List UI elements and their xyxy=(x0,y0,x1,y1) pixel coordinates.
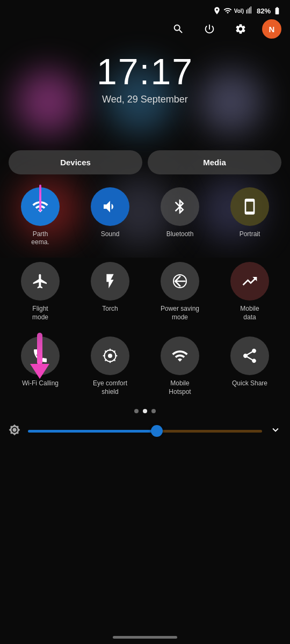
arrow-shaft xyxy=(37,333,42,365)
media-button[interactable]: Media xyxy=(148,150,281,174)
qs-circle-flight xyxy=(21,262,60,301)
arrow-head xyxy=(30,364,49,379)
qs-item-bluetooth[interactable]: Bluetooth xyxy=(148,187,212,247)
qs-label-mobile-data: Mobiledata xyxy=(240,305,259,321)
qs-label-portrait: Portrait xyxy=(240,230,260,239)
qs-label-torch: Torch xyxy=(102,305,118,313)
qs-label-power-saving: Power savingmode xyxy=(161,305,199,321)
qs-circle-torch xyxy=(91,262,129,301)
status-icons: Vol) 82% xyxy=(213,6,281,15)
hotspot-icon xyxy=(171,347,189,364)
portrait-icon xyxy=(241,198,258,215)
power-button[interactable] xyxy=(200,19,219,39)
qs-item-wifi[interactable]: Partheema. xyxy=(9,187,72,247)
settings-button[interactable] xyxy=(231,19,250,39)
bluetooth-icon xyxy=(171,198,189,215)
location-icon xyxy=(213,6,221,15)
qs-circle-quick-share xyxy=(230,336,269,375)
qs-label-bluetooth: Bluetooth xyxy=(166,230,194,239)
qs-item-torch[interactable]: Torch xyxy=(78,262,142,321)
qs-label-hotspot: MobileHotspot xyxy=(169,379,191,396)
arrow-overlay xyxy=(30,333,49,379)
quick-share-icon xyxy=(241,347,258,364)
page-dot-2 xyxy=(143,409,147,413)
svg-point-2 xyxy=(108,354,112,358)
flight-icon xyxy=(32,273,49,290)
page-dots xyxy=(0,404,290,419)
search-icon xyxy=(172,23,184,35)
brightness-icon xyxy=(9,424,20,438)
battery-icon xyxy=(273,6,281,15)
quick-settings-row1: Partheema. Sound Bluetooth Portrait xyxy=(0,180,290,254)
brightness-slider-track[interactable] xyxy=(28,430,262,433)
device-media-row: Devices Media xyxy=(0,142,290,180)
qs-item-quick-share[interactable]: Quick Share xyxy=(218,336,281,396)
chevron-down-button[interactable] xyxy=(270,424,281,438)
qs-label-eye-comfort: Eye comfortshield xyxy=(93,379,127,396)
qs-circle-wifi xyxy=(21,187,60,226)
battery-text: 82% xyxy=(257,7,271,15)
qs-circle-mobile-data xyxy=(230,262,269,301)
volte-label: Vol) xyxy=(234,8,244,14)
page-dot-3 xyxy=(151,409,156,413)
page-dot-1 xyxy=(134,409,139,413)
qs-item-sound[interactable]: Sound xyxy=(78,187,142,247)
torch-icon xyxy=(102,273,119,290)
qs-circle-portrait xyxy=(230,187,269,226)
search-button[interactable] xyxy=(169,19,188,39)
clock-date: Wed, 29 September xyxy=(0,94,290,105)
home-bar xyxy=(113,636,177,639)
clock-area: 17:17 Wed, 29 September xyxy=(0,41,290,109)
qs-item-eye-comfort[interactable]: Eye comfortshield xyxy=(78,336,142,396)
qs-label-flight: Flightmode xyxy=(32,305,48,321)
devices-button[interactable]: Devices xyxy=(9,150,142,174)
qs-item-mobile-data[interactable]: Mobiledata xyxy=(218,262,281,321)
brightness-slider-thumb[interactable] xyxy=(151,425,163,437)
qs-circle-sound xyxy=(91,187,129,226)
qs-item-hotspot[interactable]: MobileHotspot xyxy=(148,336,212,396)
settings-icon xyxy=(235,23,247,35)
qs-item-portrait[interactable]: Portrait xyxy=(218,187,281,247)
qs-label-wifi: Partheema. xyxy=(31,230,49,247)
top-icons-row: N xyxy=(0,17,290,41)
wifi-icon xyxy=(223,6,232,15)
qs-item-power-saving[interactable]: Power savingmode xyxy=(148,262,212,321)
power-saving-icon xyxy=(171,273,189,290)
quick-settings-row2: Flightmode Torch Power savingmode Mobile… xyxy=(0,254,290,329)
qs-circle-bluetooth xyxy=(161,187,199,226)
qs-circle-hotspot xyxy=(161,336,199,375)
status-bar: Vol) 82% xyxy=(0,0,290,17)
qs-label-quick-share: Quick Share xyxy=(232,379,267,388)
wifi-bar-overlay xyxy=(39,185,41,211)
qs-item-flight-mode[interactable]: Flightmode xyxy=(9,262,72,321)
clock-time: 17:17 xyxy=(0,52,290,92)
mobile-data-icon xyxy=(241,273,258,290)
qs-label-sound: Sound xyxy=(101,230,120,239)
brightness-row xyxy=(0,419,290,443)
signal-icon xyxy=(246,6,255,15)
sound-icon xyxy=(102,198,119,215)
qs-label-wifi-calling: Wi-Fi Calling xyxy=(22,379,59,388)
power-icon xyxy=(204,23,215,35)
qs-circle-eye-comfort xyxy=(91,336,129,375)
eye-comfort-icon xyxy=(102,347,119,364)
qs-circle-power-saving xyxy=(161,262,199,301)
avatar-button[interactable]: N xyxy=(262,19,281,39)
